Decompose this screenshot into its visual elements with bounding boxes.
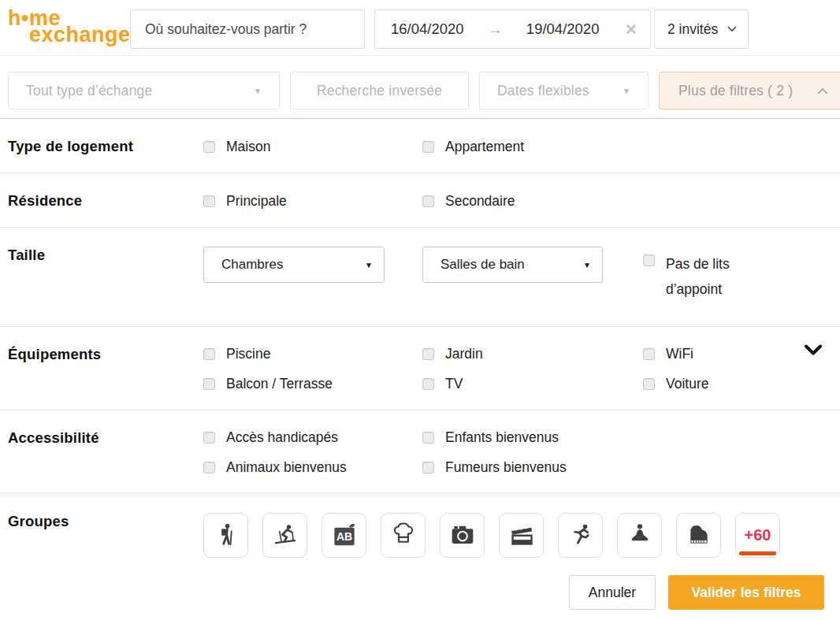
footer-actions: Annuler Valider les filtres [569, 575, 824, 610]
expand-amenities-button[interactable] [804, 344, 823, 359]
section-label: Type de logement [8, 138, 203, 155]
organic-ab-icon: AB [332, 522, 357, 548]
option-label: Principale [226, 193, 287, 210]
running-icon [568, 522, 593, 548]
section-groups: Groupes [0, 494, 840, 575]
option-label: TV [445, 376, 463, 392]
section-amenities: Équipements Piscine Balcon / Terrasse Ja… [0, 327, 840, 410]
group-photography-button[interactable] [440, 513, 485, 558]
option-label: Voiture [666, 376, 708, 392]
section-label: Résidence [8, 192, 203, 210]
bathrooms-select-value: Salles de bain [440, 257, 525, 273]
group-cooking-button[interactable] [381, 513, 426, 558]
option-jardin[interactable]: Jardin [422, 346, 643, 362]
exchange-type-dropdown[interactable]: Tout type d’échange ▼ [8, 72, 280, 110]
checkbox[interactable] [643, 348, 655, 360]
checkbox[interactable] [203, 195, 215, 207]
option-label: Maison [226, 139, 270, 155]
date-range-picker[interactable]: 16/04/2020 → 19/04/2020 ✕ [374, 9, 651, 49]
clapperboard-icon [509, 522, 534, 548]
checkbox[interactable] [203, 432, 215, 444]
apply-filters-button[interactable]: Valider les filtres [668, 575, 824, 610]
checkbox[interactable] [422, 462, 434, 473]
option-acces-handicapes[interactable]: Accès handicapés [203, 429, 422, 446]
checkbox[interactable] [422, 432, 434, 444]
group-yoga-button[interactable] [617, 513, 662, 558]
section-label: Groupes [8, 513, 203, 558]
clear-dates-icon[interactable]: ✕ [620, 20, 637, 39]
checkbox[interactable] [203, 141, 215, 153]
section-label: Accessibilité [8, 429, 203, 476]
ab-label: AB [336, 531, 351, 544]
destination-input[interactable] [131, 21, 364, 38]
checkbox[interactable] [422, 348, 434, 360]
section-label: Équipements [8, 346, 203, 392]
bathrooms-select[interactable]: Salles de bain ▼ [422, 247, 603, 283]
checkbox[interactable] [422, 141, 434, 153]
cancel-button[interactable]: Annuler [569, 575, 656, 610]
group-piano-button[interactable] [676, 513, 721, 558]
option-maison[interactable]: Maison [203, 138, 422, 155]
checkbox[interactable] [643, 254, 655, 266]
option-fumeurs-bienvenus[interactable]: Fumeurs bienvenus [422, 459, 643, 476]
checkbox[interactable] [422, 378, 434, 390]
more-filters-button[interactable]: Plus de filtres ( 2 ) [659, 72, 840, 110]
destination-search-box[interactable] [130, 9, 365, 49]
checkbox[interactable] [203, 348, 215, 360]
checkbox[interactable] [203, 378, 215, 390]
filters-panel: Type de logement Maison Appartement Rési… [0, 119, 840, 575]
option-principale[interactable]: Principale [203, 192, 422, 210]
option-enfants-bienvenus[interactable]: Enfants bienvenus [422, 429, 643, 446]
topbar-divider [0, 55, 840, 56]
date-arrow-icon: → [485, 21, 505, 38]
camera-icon [450, 522, 475, 548]
guests-dropdown[interactable]: 2 invités [654, 9, 749, 49]
hiking-icon [214, 522, 239, 548]
group-running-button[interactable] [558, 513, 603, 558]
active-indicator [739, 551, 776, 555]
reverse-search-label: Recherche inversée [317, 83, 442, 99]
reverse-search-button[interactable]: Recherche inversée [290, 72, 469, 110]
homeexchange-logo[interactable]: h•me exchange [8, 10, 131, 43]
checkbox[interactable] [643, 378, 655, 390]
group-organic-ab-button[interactable]: AB [322, 513, 366, 558]
option-label: Balcon / Terrasse [226, 376, 333, 392]
section-accessibility: Accessibilité Accès handicapés Animaux b… [0, 410, 840, 494]
yoga-icon [627, 522, 652, 548]
caret-down-icon: ▼ [254, 87, 262, 95]
piano-icon [686, 522, 712, 548]
option-piscine[interactable]: Piscine [203, 346, 422, 362]
date-start[interactable]: 16/04/2020 [391, 20, 464, 38]
option-tv[interactable]: TV [422, 376, 643, 392]
group-cinema-button[interactable] [499, 513, 544, 558]
option-secondaire[interactable]: Secondaire [422, 192, 643, 210]
bedrooms-select[interactable]: Chambres ▼ [203, 247, 385, 283]
option-label: Pas de lits d’appoint [666, 251, 768, 303]
chevron-down-icon [727, 26, 737, 32]
option-voiture[interactable]: Voiture [643, 376, 840, 392]
option-balcon-terrasse[interactable]: Balcon / Terrasse [203, 376, 422, 392]
guests-value: 2 invités [667, 21, 718, 38]
group-hiking-button[interactable] [203, 513, 248, 558]
caret-down-icon: ▼ [623, 87, 630, 95]
group-cross-country-skiing-button[interactable] [262, 513, 307, 558]
checkbox[interactable] [422, 195, 434, 207]
cross-country-skiing-icon [273, 522, 298, 548]
option-label: Jardin [445, 346, 483, 362]
option-no-extra-beds[interactable]: Pas de lits d’appoint [643, 251, 840, 303]
option-label: Fumeurs bienvenus [445, 459, 567, 476]
groups-more-button[interactable]: +60 [735, 513, 780, 558]
flexible-dates-dropdown[interactable]: Dates flexibles ▼ [479, 72, 649, 110]
option-label: Piscine [226, 346, 270, 362]
section-residence: Résidence Principale Secondaire [0, 173, 840, 228]
date-end[interactable]: 19/04/2020 [526, 20, 600, 38]
option-animaux-bienvenus[interactable]: Animaux bienvenus [203, 459, 422, 476]
more-count-label: +60 [745, 526, 771, 544]
chevron-up-icon [817, 87, 828, 95]
logo-line2: exchange [29, 27, 131, 43]
option-label: Appartement [445, 139, 524, 155]
checkbox[interactable] [203, 462, 215, 473]
option-label: Accès handicapés [226, 429, 338, 446]
caret-down-icon: ▼ [365, 261, 373, 269]
option-appartement[interactable]: Appartement [422, 138, 643, 155]
